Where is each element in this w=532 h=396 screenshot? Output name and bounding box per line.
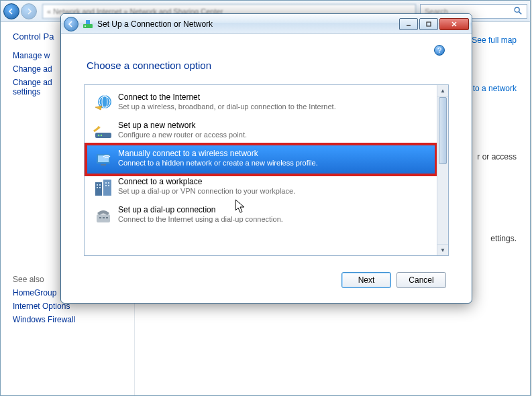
svg-rect-15 bbox=[95, 182, 102, 196]
svg-rect-9 bbox=[95, 133, 111, 138]
option-title: Manually connect to a wireless network bbox=[118, 149, 318, 158]
minimize-button[interactable] bbox=[399, 18, 418, 30]
option-buildings[interactable]: Connect to a workplaceSet up a dial-up o… bbox=[87, 174, 435, 202]
svg-rect-27 bbox=[103, 217, 105, 218]
wizard-dialog: Set Up a Connection or Network ? Choose … bbox=[60, 13, 472, 304]
router-icon bbox=[93, 121, 114, 142]
svg-rect-14 bbox=[101, 164, 106, 166]
option-desc: Set up a wireless, broadband, or dial-up… bbox=[118, 103, 336, 111]
wizard-title: Set Up a Connection or Network bbox=[97, 19, 399, 29]
svg-rect-22 bbox=[108, 182, 109, 184]
forward-button[interactable] bbox=[21, 3, 37, 19]
back-button[interactable] bbox=[3, 3, 19, 19]
option-globe[interactable]: Connect to the InternetSet up a wireless… bbox=[87, 89, 435, 117]
text-fragment: r or access bbox=[477, 152, 517, 161]
option-title: Set up a dial-up connection bbox=[118, 205, 283, 214]
wizard-back-button[interactable] bbox=[64, 17, 78, 31]
option-title: Set up a new network bbox=[118, 121, 247, 130]
wizard-app-icon bbox=[83, 19, 93, 29]
option-desc: Configure a new router or access point. bbox=[118, 131, 247, 139]
help-icon[interactable]: ? bbox=[434, 45, 445, 56]
svg-rect-6 bbox=[427, 22, 431, 26]
svg-rect-26 bbox=[99, 217, 101, 218]
option-desc: Connect to a hidden network or create a … bbox=[118, 159, 318, 167]
svg-rect-23 bbox=[105, 185, 107, 186]
svg-point-4 bbox=[85, 25, 86, 27]
scroll-down-icon[interactable]: ▼ bbox=[437, 244, 448, 255]
svg-rect-19 bbox=[97, 187, 98, 188]
link-to-a-network[interactable]: to a network bbox=[473, 84, 517, 93]
search-icon bbox=[513, 6, 523, 17]
svg-rect-21 bbox=[105, 182, 107, 184]
phone-modem-icon bbox=[93, 205, 114, 226]
option-router[interactable]: Set up a new networkConfigure a new rout… bbox=[87, 117, 435, 145]
option-desc: Connect to the Internet using a dial-up … bbox=[118, 215, 283, 223]
option-monitor-wifi[interactable]: Manually connect to a wireless networkCo… bbox=[87, 145, 435, 174]
monitor-wifi-icon bbox=[93, 149, 114, 170]
buildings-icon bbox=[93, 177, 114, 198]
svg-rect-17 bbox=[97, 184, 98, 186]
text-fragment: ettings. bbox=[490, 234, 517, 243]
svg-rect-20 bbox=[99, 187, 101, 188]
close-button[interactable] bbox=[439, 18, 469, 30]
globe-icon bbox=[93, 92, 114, 114]
svg-rect-28 bbox=[106, 217, 108, 218]
cancel-button[interactable]: Cancel bbox=[396, 272, 446, 288]
sidebar-link-windows-firewall[interactable]: Windows Firewall bbox=[13, 315, 127, 324]
wizard-heading: Choose a connection option bbox=[87, 60, 449, 71]
link-see-full-map[interactable]: See full map bbox=[472, 36, 517, 45]
titlebar[interactable]: Set Up a Connection or Network bbox=[61, 14, 472, 34]
scroll-up-icon[interactable]: ▲ bbox=[437, 85, 448, 96]
options-list: Connect to the InternetSet up a wireless… bbox=[84, 84, 449, 256]
svg-rect-24 bbox=[108, 185, 109, 186]
option-phone-modem[interactable]: Set up a dial-up connectionConnect to th… bbox=[87, 202, 435, 230]
next-button[interactable]: Next bbox=[341, 272, 391, 288]
svg-point-10 bbox=[98, 135, 99, 136]
scrollbar[interactable]: ▲ ▼ bbox=[437, 85, 448, 255]
svg-line-1 bbox=[519, 11, 522, 14]
svg-rect-3 bbox=[86, 20, 90, 24]
option-title: Connect to the Internet bbox=[118, 92, 336, 102]
svg-point-11 bbox=[101, 135, 102, 136]
scroll-thumb[interactable] bbox=[439, 97, 447, 164]
maximize-button[interactable] bbox=[419, 18, 438, 30]
svg-point-0 bbox=[515, 7, 519, 12]
option-desc: Set up a dial-up or VPN connection to yo… bbox=[118, 187, 295, 195]
option-title: Connect to a workplace bbox=[118, 177, 295, 186]
svg-rect-16 bbox=[103, 180, 111, 196]
svg-rect-18 bbox=[99, 184, 101, 186]
